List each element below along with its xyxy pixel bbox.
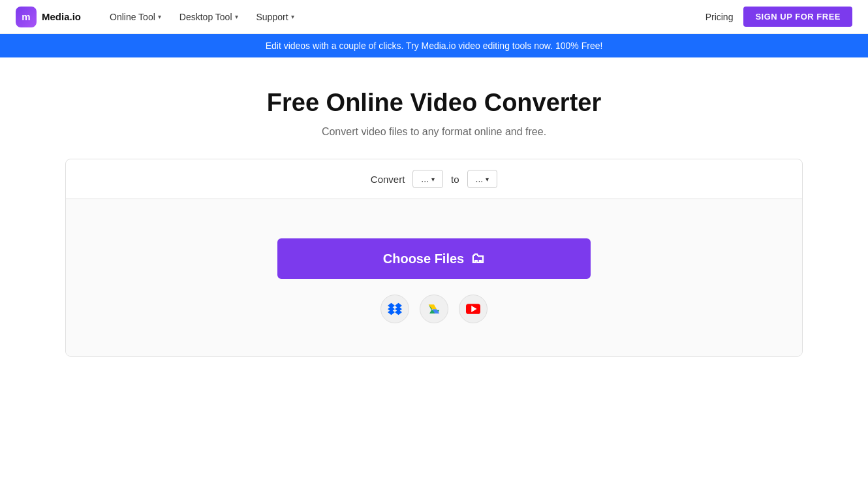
nav-item-desktop-tool[interactable]: Desktop Tool ▾	[172, 8, 246, 26]
convert-label: Convert	[371, 174, 405, 185]
dropbox-icon	[388, 302, 402, 316]
chevron-down-icon: ▾	[158, 13, 161, 20]
nav-item-online-tool[interactable]: Online Tool ▾	[102, 8, 169, 26]
navbar: m Media.io Online Tool ▾ Desktop Tool ▾ …	[0, 0, 868, 34]
logo-text: Media.io	[42, 11, 81, 22]
google-drive-icon	[427, 302, 441, 316]
cloud-source-icons	[380, 295, 488, 323]
logo-icon: m	[16, 7, 37, 27]
format-from-select[interactable]: ... ▾	[412, 170, 443, 188]
signup-button[interactable]: SIGN UP FOR FREE	[743, 7, 852, 27]
upload-zone: Choose Files 🗂	[66, 199, 802, 356]
format-to-select[interactable]: ... ▾	[467, 170, 498, 188]
google-drive-button[interactable]	[420, 295, 448, 323]
main-content: Free Online Video Converter Convert vide…	[0, 57, 868, 357]
chevron-down-icon: ▾	[291, 13, 294, 20]
converter-toolbar: Convert ... ▾ to ... ▾	[66, 159, 802, 199]
pricing-link[interactable]: Pricing	[705, 12, 734, 22]
page-title: Free Online Video Converter	[267, 89, 601, 117]
to-label: to	[451, 174, 459, 185]
chevron-down-icon: ▾	[235, 13, 238, 20]
dropbox-button[interactable]	[380, 295, 409, 323]
youtube-icon	[466, 304, 480, 314]
promo-banner[interactable]: Edit videos with a couple of clicks. Try…	[0, 34, 868, 57]
folder-icon: 🗂	[471, 250, 485, 267]
nav-right: Pricing SIGN UP FOR FREE	[705, 7, 852, 27]
nav-links: Online Tool ▾ Desktop Tool ▾ Support ▾	[102, 8, 705, 26]
choose-files-button[interactable]: Choose Files 🗂	[277, 238, 591, 279]
nav-item-support[interactable]: Support ▾	[249, 8, 302, 26]
converter-card: Convert ... ▾ to ... ▾ Choose Files 🗂	[65, 159, 803, 357]
page-subtitle: Convert video files to any format online…	[322, 126, 546, 138]
chevron-down-icon: ▾	[431, 176, 435, 183]
chevron-down-icon: ▾	[486, 176, 489, 183]
logo[interactable]: m Media.io	[16, 7, 81, 27]
youtube-button[interactable]	[459, 295, 488, 323]
